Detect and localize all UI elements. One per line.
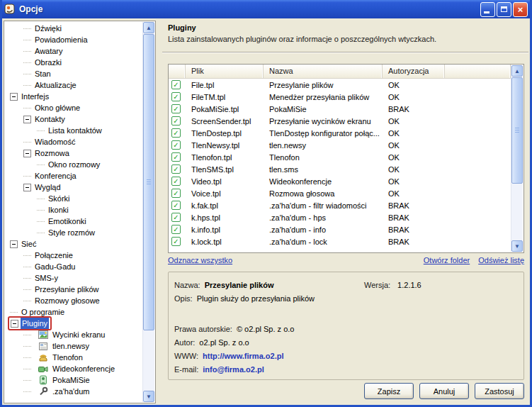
tree-item-rozmowy-głosowe[interactable]: Rozmowy głosowe xyxy=(4,295,142,306)
tree-item-style-rozmów[interactable]: Style rozmów xyxy=(4,227,142,238)
table-row[interactable]: ✓k.lock.tpl.za'ha'dum - lockBRAK xyxy=(169,235,511,247)
collapse-toggle-icon[interactable] xyxy=(23,116,31,123)
tree-scrollbar[interactable]: ▲ ▼ xyxy=(142,22,154,402)
table-row[interactable]: ✓TlenDostep.tplTlenDostęp konfigurator p… xyxy=(169,127,511,139)
tree-item-emotikonki[interactable]: Emotikonki xyxy=(4,216,142,227)
tree-item-pokamisie[interactable]: PokaMiSie xyxy=(4,374,142,386)
tree-item-label: Powiadomienia xyxy=(33,34,89,45)
tree-item-okno-główne[interactable]: Okno główne xyxy=(4,102,142,113)
column-file[interactable]: Plik xyxy=(186,65,264,78)
tree-item-lista-kontaktów[interactable]: Lista kontaktów xyxy=(4,125,142,136)
maximize-button[interactable] xyxy=(497,2,511,17)
tree-item-okno-rozmowy[interactable]: Okno rozmowy xyxy=(4,159,142,170)
plugin-file-cell: Video.tpl xyxy=(186,177,264,186)
tree-item-ikonki[interactable]: Ikonki xyxy=(4,204,142,216)
tree-item-połączenie[interactable]: Połączenie xyxy=(4,250,142,261)
plugin-auth-cell: BRAK xyxy=(383,105,445,113)
scroll-thumb[interactable] xyxy=(511,77,523,184)
tree-item-obrazki[interactable]: Obrazki xyxy=(4,57,142,68)
tree-item-tlen-newsy[interactable]: tlen.newsy xyxy=(4,340,142,352)
tree-item-powiadomienia[interactable]: Powiadomienia xyxy=(4,34,142,45)
tree-item-wycinki-ekranu[interactable]: Wycinki ekranu xyxy=(4,329,142,340)
tree-item-aktualizacje[interactable]: Aktualizacje xyxy=(4,79,142,91)
plugin-name-value: Przesylanie plików xyxy=(205,281,274,289)
tree-item-konferencja[interactable]: Konferencja xyxy=(4,170,142,182)
tree-item-label: Emotikonki xyxy=(47,216,88,227)
plugin-email-link[interactable]: info@firma.o2.pl xyxy=(203,365,264,374)
plugin-enabled-checkbox[interactable]: ✓ xyxy=(171,140,181,150)
plugin-enabled-checkbox[interactable]: ✓ xyxy=(171,237,181,246)
scroll-down-button[interactable]: ▼ xyxy=(511,240,523,252)
tree-item-label: Przesyłanie plików xyxy=(33,284,100,295)
scroll-up-button[interactable]: ▲ xyxy=(511,65,523,77)
table-row[interactable]: ✓ScreenSender.tplPrzesyłanie wycinków ek… xyxy=(169,115,511,127)
plugin-auth-cell: BRAK xyxy=(383,225,445,234)
table-row[interactable]: ✓k.fak.tpl.za'ha'dum - filtr wiadomościB… xyxy=(169,199,511,211)
table-row[interactable]: ✓Tlenofon.tplTlenofonOK xyxy=(169,151,511,163)
scroll-up-button[interactable]: ▲ xyxy=(143,22,154,33)
refresh-list-link[interactable]: Odśwież listę xyxy=(478,256,524,264)
tree-item-tlenofon[interactable]: Tlenofon xyxy=(4,352,142,363)
collapse-toggle-icon[interactable] xyxy=(10,240,18,248)
tree-item-pluginy[interactable]: Pluginy xyxy=(4,318,142,329)
tree-item-za-ha-dum[interactable]: .za'ha'dum xyxy=(4,386,142,397)
tree-item-interfejs[interactable]: Interfejs xyxy=(4,91,142,102)
collapse-toggle-icon[interactable] xyxy=(10,93,18,101)
cancel-button[interactable]: Anuluj xyxy=(419,383,469,399)
plugin-enabled-checkbox[interactable]: ✓ xyxy=(171,92,181,101)
tree-item-skórki[interactable]: Skórki xyxy=(4,193,142,204)
plugin-enabled-checkbox[interactable]: ✓ xyxy=(171,189,181,198)
tree-item-sms-y[interactable]: SMS-y xyxy=(4,272,142,284)
plugin-enabled-checkbox[interactable]: ✓ xyxy=(171,80,181,89)
collapse-toggle-icon[interactable] xyxy=(11,320,18,328)
tree-item-dźwięki[interactable]: Dźwięki xyxy=(4,23,142,34)
tree-item-awatary[interactable]: Awatary xyxy=(4,45,142,57)
deselect-all-link[interactable]: Odznacz wszystko xyxy=(168,256,232,264)
scroll-thumb[interactable] xyxy=(143,34,154,330)
tree-item-wiadomość[interactable]: Wiadomość xyxy=(4,136,142,147)
tree-item-kontakty[interactable]: Kontakty xyxy=(4,113,142,125)
tree-item-wideokonferencje[interactable]: Wideokonferencje xyxy=(4,363,142,374)
scroll-down-button[interactable]: ▼ xyxy=(143,391,154,402)
collapse-toggle-icon[interactable] xyxy=(23,184,31,191)
table-scrollbar[interactable]: ▲ ▼ xyxy=(511,65,523,252)
apply-button[interactable]: Zastosuj xyxy=(475,383,524,399)
open-folder-link[interactable]: Otwórz folder xyxy=(424,256,470,264)
maximize-icon xyxy=(501,6,507,12)
tree-item-przesyłanie-plików[interactable]: Przesyłanie plików xyxy=(4,284,142,295)
plugin-enabled-checkbox[interactable]: ✓ xyxy=(171,128,181,138)
plugin-enabled-checkbox[interactable]: ✓ xyxy=(171,225,181,234)
plugin-enabled-checkbox[interactable]: ✓ xyxy=(171,116,181,126)
plugin-name-cell: tlen.newsy xyxy=(264,141,383,150)
table-row[interactable]: ✓File.tplPrzesylanie plikówOK xyxy=(169,79,511,91)
table-row[interactable]: ✓PokaMiSie.tplPokaMiSieBRAK xyxy=(169,103,511,115)
column-auth[interactable]: Autoryzacja xyxy=(383,65,445,78)
plugin-enabled-checkbox[interactable]: ✓ xyxy=(171,177,181,186)
table-row[interactable]: ✓FileTM.tplMenedżer przesyłania plikówOK xyxy=(169,91,511,103)
column-check[interactable] xyxy=(169,65,186,78)
plugin-enabled-checkbox[interactable]: ✓ xyxy=(171,104,181,113)
minimize-button[interactable] xyxy=(480,2,495,17)
tree-item-rozmowa[interactable]: Rozmowa xyxy=(4,147,142,159)
save-button[interactable]: Zapisz xyxy=(364,383,414,399)
table-row[interactable]: ✓k.hps.tpl.za'ha'dum - hpsBRAK xyxy=(169,211,511,223)
table-row[interactable]: ✓Video.tplWideokonferencjeOK xyxy=(169,175,511,187)
plugin-name-cell: Menedżer przesyłania plików xyxy=(264,93,383,101)
plugin-enabled-checkbox[interactable]: ✓ xyxy=(171,213,181,222)
tree-item-wygląd[interactable]: Wygląd xyxy=(4,182,142,193)
table-row[interactable]: ✓TlenSMS.tpltlen.smsOK xyxy=(169,163,511,175)
plugin-www-link[interactable]: http://www.firma.o2.pl xyxy=(203,352,283,360)
table-row[interactable]: ✓k.info.tpl.za'ha'dum - infoBRAK xyxy=(169,223,511,235)
plugin-enabled-checkbox[interactable]: ✓ xyxy=(171,201,181,210)
close-button[interactable]: × xyxy=(513,2,528,17)
table-row[interactable]: ✓TlenNewsy.tpltlen.newsyOK xyxy=(169,139,511,151)
table-row[interactable]: ✓Voice.tplRozmowa głosowaOK xyxy=(169,187,511,199)
tree-item-sieć[interactable]: Sieć xyxy=(4,238,142,250)
plugin-auth-cell: OK xyxy=(383,93,445,101)
plugin-enabled-checkbox[interactable]: ✓ xyxy=(171,152,181,162)
tree-item-stan[interactable]: Stan xyxy=(4,68,142,79)
tree-item-gadu-gadu[interactable]: Gadu-Gadu xyxy=(4,261,142,272)
collapse-toggle-icon[interactable] xyxy=(23,150,31,157)
plugin-enabled-checkbox[interactable]: ✓ xyxy=(171,165,181,174)
column-name[interactable]: Nazwa xyxy=(264,65,383,78)
